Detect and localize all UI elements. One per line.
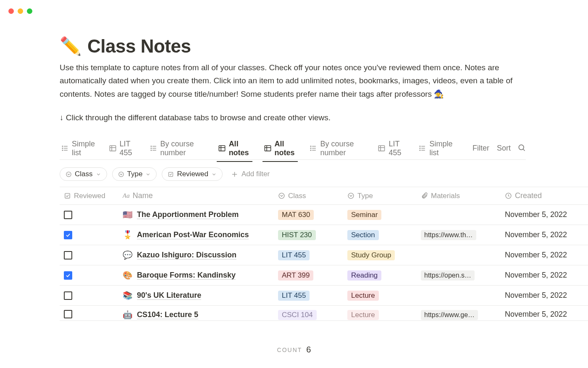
view-tab-label: Simple list <box>72 140 96 157</box>
material-link[interactable]: https://www.th… <box>421 230 476 240</box>
page-hint: ↓ Click through the different database t… <box>60 113 588 122</box>
type-tag: Lecture <box>347 310 379 320</box>
minimize-window-button[interactable] <box>18 8 23 14</box>
add-filter-button[interactable]: Add filter <box>231 170 270 178</box>
column-header-reviewed[interactable]: Reviewed <box>60 192 118 200</box>
table-row[interactable]: 💬Kazuo Ishiguro: DiscussionLIT 455Study … <box>60 245 588 265</box>
cell-type[interactable]: Lecture <box>343 310 417 320</box>
cell-type[interactable]: Study Group <box>343 250 417 260</box>
cell-materials[interactable]: https://open.s… <box>417 270 501 281</box>
reviewed-checkbox[interactable] <box>64 291 72 300</box>
filter-label: Type <box>127 170 143 178</box>
material-link[interactable]: https://www.ge… <box>421 310 478 320</box>
cell-name[interactable]: 🤖CS104: Lecture 5 <box>118 310 274 320</box>
filter-action[interactable]: Filter <box>472 144 489 157</box>
cell-created: November 5, 2022 <box>501 291 580 300</box>
chevron-down-icon <box>96 172 101 177</box>
cell-type[interactable]: Seminar <box>343 210 417 220</box>
view-tab-lit-455[interactable]: LIT 455 <box>108 140 138 161</box>
svg-point-38 <box>66 172 71 176</box>
svg-rect-6 <box>110 146 116 151</box>
cell-materials[interactable]: https://www.ge… <box>417 310 501 320</box>
table-row[interactable]: 🤖CS104: Lecture 5CSCI 104Lecturehttps://… <box>60 306 588 321</box>
note-emoji-icon: 🎖️ <box>123 230 133 240</box>
page-title[interactable]: Class Notes <box>87 36 191 57</box>
view-tab-lit-455[interactable]: LIT 455 <box>376 140 407 161</box>
column-header-class[interactable]: Class <box>274 192 343 200</box>
cell-class[interactable]: CSCI 104 <box>274 310 343 320</box>
chevron-down-icon <box>211 172 217 177</box>
reviewed-checkbox[interactable] <box>64 231 72 239</box>
type-tag: Reading <box>347 270 381 281</box>
cell-class[interactable]: ART 399 <box>274 270 343 281</box>
count-label: COUNT <box>277 347 302 353</box>
filter-type[interactable]: Type <box>112 167 157 181</box>
view-tab-simple-list[interactable]: Simple list <box>417 140 455 161</box>
svg-point-35 <box>420 150 421 151</box>
reviewed-checkbox[interactable] <box>64 310 72 318</box>
search-icon[interactable] <box>517 143 526 158</box>
svg-point-26 <box>311 150 312 151</box>
view-tab-by-course-number[interactable]: By course number <box>308 140 366 161</box>
table-row[interactable]: 🇺🇸The Apportionment ProblemMAT 630Semina… <box>60 205 588 225</box>
class-tag: LIT 455 <box>278 250 310 260</box>
column-header-type[interactable]: Type <box>343 192 417 200</box>
column-header-materials[interactable]: Materials <box>417 192 501 200</box>
cell-name[interactable]: 💬Kazuo Ishiguro: Discussion <box>118 250 274 260</box>
page-icon[interactable]: ✏️ <box>60 37 81 55</box>
cell-name[interactable]: 🇺🇸The Apportionment Problem <box>118 210 274 220</box>
view-tab-label: LIT 455 <box>388 140 406 157</box>
cell-materials[interactable]: https://www.th… <box>417 230 501 240</box>
note-title: CS104: Lecture 5 <box>137 310 198 319</box>
svg-rect-15 <box>219 146 225 151</box>
note-emoji-icon: 💬 <box>123 250 133 260</box>
cell-type[interactable]: Reading <box>343 270 417 281</box>
cell-created: November 5, 2022 <box>501 271 580 280</box>
table-row[interactable]: 🎨Baroque Forms: KandinskyART 399Readingh… <box>60 265 588 286</box>
view-tab-all-notes[interactable]: All notes <box>262 140 298 161</box>
view-tab-by-course-number[interactable]: By course number <box>148 140 207 161</box>
reviewed-checkbox[interactable] <box>64 271 72 280</box>
filters-row: ClassTypeReviewed Add filter <box>60 160 588 187</box>
notes-table: Reviewed Aa Name Class Type Materials Cr… <box>60 187 588 321</box>
svg-point-33 <box>420 146 421 147</box>
view-tab-simple-list[interactable]: Simple list <box>60 140 97 161</box>
material-link[interactable]: https://open.s… <box>421 270 475 281</box>
select-icon <box>66 171 72 177</box>
column-header-created[interactable]: Created <box>501 191 580 200</box>
note-title: 90's UK Literature <box>137 291 201 300</box>
table-row[interactable]: 🎖️American Post-War EconomicsHIST 230Sec… <box>60 225 588 245</box>
cell-name[interactable]: 🎨Baroque Forms: Kandinsky <box>118 270 274 280</box>
note-emoji-icon: 📚 <box>123 291 133 300</box>
filter-class[interactable]: Class <box>60 167 107 181</box>
column-header-name[interactable]: Aa Name <box>118 191 274 200</box>
cell-reviewed <box>60 310 118 318</box>
cell-created: November 5, 2022 <box>501 251 580 259</box>
cell-type[interactable]: Lecture <box>343 291 417 301</box>
type-tag: Lecture <box>347 291 379 301</box>
cell-name[interactable]: 🎖️American Post-War Economics <box>118 230 274 240</box>
svg-rect-43 <box>65 193 70 198</box>
cell-type[interactable]: Section <box>343 230 417 240</box>
cell-class[interactable]: MAT 630 <box>274 210 343 220</box>
cell-class[interactable]: LIT 455 <box>274 250 343 260</box>
sort-action[interactable]: Sort <box>497 144 511 157</box>
view-tab-label: All notes <box>229 140 251 157</box>
maximize-window-button[interactable] <box>27 8 32 14</box>
page-content: ✏️ Class Notes Use this template to capt… <box>0 0 588 321</box>
views-tab-bar: Simple listLIT 455By course numberAll no… <box>60 141 526 160</box>
table-icon <box>109 144 117 152</box>
filter-reviewed[interactable]: Reviewed <box>162 167 223 181</box>
cell-name[interactable]: 📚90's UK Literature <box>118 291 274 300</box>
close-window-button[interactable] <box>8 8 14 14</box>
reviewed-checkbox[interactable] <box>64 251 72 259</box>
cell-class[interactable]: LIT 455 <box>274 291 343 301</box>
cell-class[interactable]: HIST 230 <box>274 230 343 240</box>
svg-point-25 <box>311 148 312 149</box>
view-tab-all-notes[interactable]: All notes <box>217 140 252 161</box>
cell-created: November 5, 2022 <box>501 210 580 219</box>
note-title: American Post-War Economics <box>137 230 249 239</box>
table-row[interactable]: 📚90's UK LiteratureLIT 455LectureNovembe… <box>60 286 588 306</box>
page-description[interactable]: Use this template to capture notes from … <box>60 61 522 101</box>
reviewed-checkbox[interactable] <box>64 211 72 219</box>
